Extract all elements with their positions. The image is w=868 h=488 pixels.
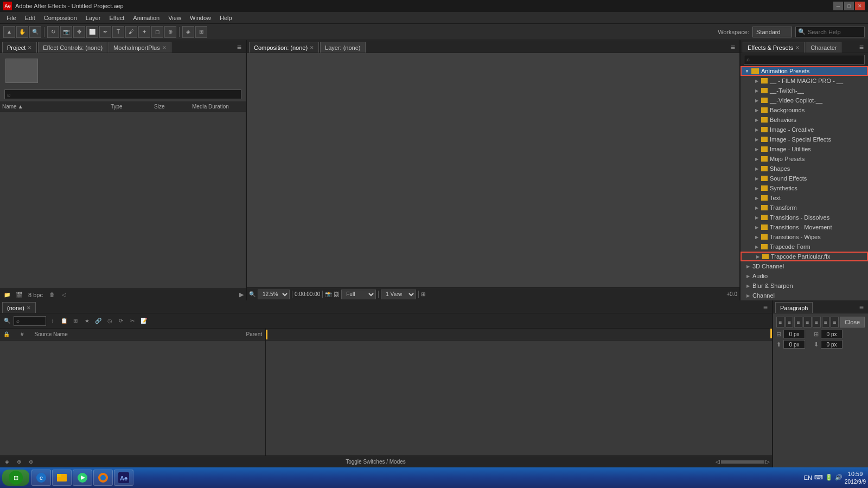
tl-btn1[interactable]: ◈: [2, 458, 12, 466]
tree-item-image-creative[interactable]: ▶ Image - Creative: [741, 125, 868, 134]
tree-item-transitions-movement[interactable]: ▶ Transitions - Movement: [741, 222, 868, 232]
snapshot-btn[interactable]: 📸: [325, 291, 331, 297]
brush-tool[interactable]: 🖌: [125, 26, 137, 38]
project-panel-menu[interactable]: ≡: [235, 42, 244, 53]
tab-layer[interactable]: Layer: (none): [320, 42, 365, 53]
show-snapshot-btn[interactable]: 🖼: [334, 291, 339, 297]
puppet-tool[interactable]: ⊕: [164, 26, 176, 38]
close-timeline-tab[interactable]: ✕: [27, 305, 31, 311]
nav-right[interactable]: ▷: [765, 459, 770, 465]
pen-tool[interactable]: ✒: [99, 26, 111, 38]
timeline-panel-menu[interactable]: ≡: [761, 302, 770, 313]
tab-effect-controls[interactable]: Effect Controls: (none): [38, 42, 107, 53]
timeline-tool1[interactable]: 🔍: [2, 317, 12, 325]
close-effects-tab[interactable]: ✕: [795, 45, 800, 50]
space-after-input[interactable]: [821, 340, 843, 349]
menu-help[interactable]: Help: [215, 14, 237, 22]
mask-tool[interactable]: ⬜: [86, 26, 98, 38]
effects-panel-menu[interactable]: ≡: [857, 42, 866, 53]
taskbar-firefox[interactable]: [93, 470, 113, 486]
space-before-input[interactable]: [783, 340, 805, 349]
animation-presets-item[interactable]: ▼ Animation Presets: [741, 66, 868, 76]
taskbar-explorer[interactable]: [52, 470, 72, 486]
new-comp-btn[interactable]: 🎬: [14, 291, 24, 299]
tab-effects-presets[interactable]: Effects & Presets ✕: [743, 42, 805, 53]
tree-item-3dchannel[interactable]: ▶ 3D Channel: [741, 261, 868, 271]
timeline-tool8[interactable]: ⟳: [116, 317, 126, 325]
taskbar-ie[interactable]: e: [31, 470, 51, 486]
timeline-tool3[interactable]: 📋: [59, 317, 69, 325]
tree-item-twitch[interactable]: ▶ __-Twitch-__: [741, 86, 868, 95]
start-button[interactable]: ⊞: [2, 470, 29, 486]
tree-item-synthetics[interactable]: ▶ Synthetics: [741, 183, 868, 193]
tab-composition[interactable]: Composition: (none) ✕: [249, 42, 319, 53]
menu-file[interactable]: File: [2, 14, 21, 22]
tree-item-transitions-wipes[interactable]: ▶ Transitions - Wipes: [741, 232, 868, 242]
text-tool[interactable]: T: [112, 26, 124, 38]
timeline-tool4[interactable]: ⊞: [71, 317, 80, 325]
tree-item-behaviors[interactable]: ▶ Behaviors: [741, 115, 868, 125]
paragraph-panel-menu[interactable]: ≡: [857, 302, 866, 313]
menu-layer[interactable]: Layer: [81, 14, 105, 22]
time-display[interactable]: 0:00:00:00: [295, 291, 320, 297]
view-select[interactable]: 1 View 2 Views 4 Views: [381, 290, 416, 299]
tree-item-trapcode-particular[interactable]: ▶ Trapcode Particular.ffx: [741, 252, 868, 261]
rotate-tool[interactable]: ↻: [47, 26, 59, 38]
align-right-btn[interactable]: ≡: [794, 317, 802, 328]
minimize-button[interactable]: ─: [833, 2, 843, 10]
search-help-input[interactable]: [808, 29, 862, 35]
tree-item-mojo[interactable]: ▶ Mojo Presets: [741, 154, 868, 164]
new-folder-btn[interactable]: 📁: [2, 291, 12, 299]
tree-item-text[interactable]: ▶ Text: [741, 193, 868, 203]
menu-view[interactable]: View: [164, 14, 186, 22]
timeline-tool2[interactable]: ↕: [48, 317, 58, 325]
selection-tool[interactable]: ▲: [3, 26, 15, 38]
align-left-btn[interactable]: ≡: [776, 317, 784, 328]
menu-animation[interactable]: Animation: [129, 14, 164, 22]
align-justify-center-btn[interactable]: ≡: [813, 317, 821, 328]
tab-paragraph[interactable]: Paragraph: [775, 302, 813, 313]
timeline-tool7[interactable]: ◷: [105, 317, 114, 325]
tree-item-trapcode-form[interactable]: ▶ Trapcode Form: [741, 242, 868, 252]
tab-mocha[interactable]: MochaImportPlus ✕: [108, 42, 171, 53]
indent-right-input[interactable]: [821, 330, 843, 338]
eraser-tool[interactable]: ◻: [151, 26, 163, 38]
tree-item-backgrounds[interactable]: ▶ Backgrounds: [741, 105, 868, 115]
tree-item-channel[interactable]: ▶ Channel: [741, 291, 868, 300]
hand-tool[interactable]: ✋: [16, 26, 28, 38]
tree-item-sound-effects[interactable]: ▶ Sound Effects: [741, 174, 868, 183]
close-mocha-tab[interactable]: ✕: [162, 45, 167, 50]
timeline-tool6[interactable]: 🔗: [93, 317, 103, 325]
zoom-tool[interactable]: 🔍: [29, 26, 41, 38]
close-comp-tab[interactable]: ✕: [310, 45, 314, 50]
effects-search-input[interactable]: [750, 56, 862, 63]
align-justify-right-btn[interactable]: ≡: [822, 317, 830, 328]
align-justify-btn[interactable]: ≡: [803, 317, 812, 328]
delete-btn[interactable]: 🗑: [47, 291, 57, 299]
grid-btn[interactable]: ⊞: [421, 291, 425, 297]
stamp-tool[interactable]: ✦: [138, 26, 150, 38]
tree-item-shapes[interactable]: ▶ Shapes: [741, 164, 868, 174]
tool5[interactable]: ◈: [182, 26, 194, 38]
zoom-select[interactable]: 12.5%: [258, 290, 290, 299]
tab-character[interactable]: Character: [806, 42, 841, 53]
tl-btn3[interactable]: ⊛: [26, 458, 36, 466]
tree-item-image-special[interactable]: ▶ Image - Special Effects: [741, 134, 868, 144]
timeline-tool5[interactable]: ★: [82, 317, 92, 325]
project-search-input[interactable]: [13, 91, 239, 98]
tree-item-blur[interactable]: ▶ Blur & Sharpen: [741, 281, 868, 291]
close-button[interactable]: ✕: [855, 2, 865, 10]
tl-btn2[interactable]: ⊕: [14, 458, 24, 466]
workspace-select[interactable]: Standard All Panels Animation: [752, 27, 792, 37]
tree-item-transitions-dissolves[interactable]: ▶ Transitions - Dissolves: [741, 213, 868, 222]
col-size[interactable]: Size: [154, 104, 192, 110]
indent-left-input[interactable]: [783, 330, 805, 338]
interpret-btn[interactable]: ◁: [59, 291, 69, 299]
paragraph-close-btn[interactable]: Close: [840, 317, 865, 328]
close-project-tab[interactable]: ✕: [28, 45, 32, 50]
project-search-box[interactable]: ⌕: [4, 89, 241, 99]
nav-left[interactable]: ◁: [716, 459, 720, 465]
taskbar-media[interactable]: [73, 470, 92, 486]
timeline-tool10[interactable]: 📝: [139, 317, 149, 325]
align-center-btn[interactable]: ≡: [786, 317, 794, 328]
